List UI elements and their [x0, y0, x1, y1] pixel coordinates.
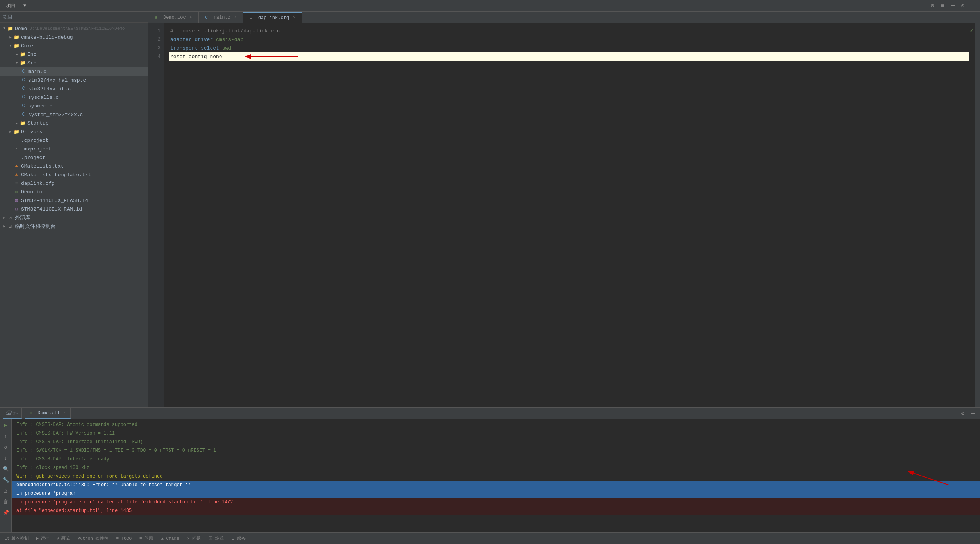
config-icon[interactable]: ⚙ [959, 2, 967, 10]
log-text-6: Info : clock speed 100 kHz [16, 465, 89, 471]
rerun-icon[interactable]: ↺ [1, 442, 11, 452]
log-line-1: Info : CMSIS-DAP: Atomic commands suppor… [12, 421, 980, 429]
tree-item-project[interactable]: · .project [0, 153, 148, 162]
tree-item-main-c[interactable]: C main.c [0, 67, 148, 76]
status-debug-icon: ⚡ [57, 536, 60, 541]
status-terminal-label: 囯 终端 [209, 535, 224, 541]
folder-icon-inc: 📁 [20, 51, 26, 57]
run-icon[interactable]: ▶ [1, 421, 11, 430]
tree-item-hal-msp[interactable]: C stm32f4xx_hal_msp.c [0, 76, 148, 84]
tree-item-system-stm32[interactable]: C system_stm32f4xx.c [0, 110, 148, 119]
bottom-log-content[interactable]: Info : CMSIS-DAP: Atomic commands suppor… [12, 419, 980, 532]
log-line-3: Info : CMSIS-DAP: Interface Initialised … [12, 438, 980, 446]
bottom-panel-header: 运行: ⊞ Demo.elf × ⚙ — [0, 408, 980, 419]
tree-item-inc[interactable]: ▶ 📁 Inc [0, 50, 148, 59]
tree-item-daplink-cfg[interactable]: ≡ daplink.cfg [0, 179, 148, 188]
file-tree: ▼ 📁 Demo D:\Development\EE\STM32\F411CEU… [0, 23, 148, 407]
tree-item-external-lib[interactable]: ▶ ⊿ 外部库 [0, 213, 148, 222]
log-text-3: Info : CMSIS-DAP: Interface Initialised … [16, 439, 143, 445]
status-problems[interactable]: ≡ 问题 [138, 535, 155, 542]
tree-item-temp-files[interactable]: ▶ ⊿ 临时文件和控制台 [0, 222, 148, 231]
status-python[interactable]: Python 软件包 [76, 535, 110, 542]
tree-item-syscalls[interactable]: C syscalls.c [0, 93, 148, 102]
tab-close-main-c[interactable]: × [233, 15, 238, 20]
tree-item-src[interactable]: ▼ 📁 Src [0, 59, 148, 67]
file-c-icon-system: C [20, 111, 27, 118]
status-vc-label: 版本控制 [11, 535, 29, 541]
tab-daplink-cfg[interactable]: ≡ daplink.cfg × [243, 12, 302, 23]
bottom-red-arrow [910, 481, 949, 489]
more-icon[interactable]: ⋮ [969, 2, 977, 10]
log-text-11: at file "embedded:startup.tcl", line 143… [16, 508, 132, 514]
tree-item-cproject[interactable]: · .cproject [0, 136, 148, 145]
tree-label-cproject: .cproject [21, 138, 48, 143]
tree-item-demo[interactable]: ▼ 📁 Demo D:\Development\EE\STM32\F411CEU… [0, 24, 148, 33]
tree-item-it-c[interactable]: C stm32f4xx_it.c [0, 84, 148, 93]
panel-tab-close-elf[interactable]: × [62, 410, 67, 416]
tab-demo-ioc[interactable]: ⊞ Demo.ioc × [148, 12, 199, 23]
status-todo[interactable]: ≡ TODO [114, 535, 133, 542]
search-icon[interactable]: 🔍 [1, 464, 11, 474]
tree-item-core[interactable]: ▼ 📁 Core [0, 41, 148, 50]
tree-item-flash-ld[interactable]: ⊡ STM32F411CEUX_FLASH.ld [0, 196, 148, 205]
tree-item-ram-ld[interactable]: ⊡ STM32F411CEUX_RAM.ld [0, 205, 148, 213]
tree-label-sysmem: sysmem.c [28, 103, 52, 109]
file-c-icon-hal: C [20, 77, 27, 83]
panel-tab-run[interactable]: 运行: [3, 408, 22, 419]
log-text-5: Info : CMSIS-DAP: Interface ready [16, 456, 109, 462]
status-version-control[interactable]: ⎇ 版本控制 [3, 535, 30, 542]
status-issues[interactable]: ? 问题 [186, 535, 202, 542]
log-line-5: Info : CMSIS-DAP: Interface ready [12, 455, 980, 463]
scroll-up-icon[interactable]: ↑ [1, 431, 11, 441]
status-todo-label: ≡ TODO [116, 536, 132, 541]
file-c-icon-syscalls: C [20, 94, 27, 100]
settings-icon[interactable]: ⚙ [928, 2, 936, 10]
tree-label-cmake-build: cmake-build-debug [21, 34, 73, 40]
tree-item-startup[interactable]: ▶ 📁 Startup [0, 119, 148, 127]
folder-icon-cmake: 📁 [13, 34, 20, 40]
panel-minimize-icon[interactable]: — [969, 410, 977, 417]
tree-item-drivers[interactable]: ▶ 📁 Drivers [0, 127, 148, 136]
status-vc-icon: ⎇ [5, 536, 10, 541]
tab-close-demo-ioc[interactable]: × [188, 15, 194, 20]
main-layout: 项目 ▼ 📁 Demo D:\Development\EE\STM32\F411… [0, 12, 980, 407]
pin-icon[interactable]: 📌 [1, 508, 11, 517]
code-line-3: transport select swd [170, 44, 969, 52]
panel-tab-demo-elf[interactable]: ⊞ Demo.elf × [25, 408, 71, 419]
menu-dropdown[interactable]: ▼ [20, 2, 29, 9]
line-number-gutter: 1 2 3 4 [148, 23, 164, 407]
status-problems-label: ≡ 问题 [139, 535, 153, 541]
tree-item-cmakelists-template[interactable]: ▲ CMakeLists_template.txt [0, 170, 148, 179]
trash-icon[interactable]: 🗑 [1, 497, 11, 506]
tree-path-demo: D:\Development\EE\STM32\F411CEU6\Demo [29, 26, 125, 31]
tree-label-demo: Demo [15, 26, 27, 32]
panel-settings-icon[interactable]: ⚙ [959, 410, 967, 417]
status-debug[interactable]: ⚡ 调试 [55, 535, 71, 542]
print-icon[interactable]: 🖨 [1, 486, 11, 496]
status-services[interactable]: ☁ 服务 [230, 535, 247, 542]
tree-item-mxproject[interactable]: · .mxproject [0, 145, 148, 153]
list-icon[interactable]: ⚌ [949, 2, 957, 10]
menu-project[interactable]: 项目 [3, 2, 19, 10]
tree-item-sysmem[interactable]: C sysmem.c [0, 102, 148, 110]
expand-arrow-ext: ▶ [2, 215, 7, 220]
file-icon-ld-ram: ⊡ [13, 206, 20, 212]
tab-label-demo-ioc: Demo.ioc [163, 15, 186, 20]
status-terminal[interactable]: 囯 终端 [207, 535, 226, 542]
tree-label-syscalls: syscalls.c [28, 95, 59, 100]
log-line-6: Info : clock speed 100 kHz [12, 463, 980, 472]
tree-item-cmake-build[interactable]: ▶ 📁 cmake-build-debug [0, 33, 148, 41]
status-cmake[interactable]: ▲ CMake [159, 535, 180, 542]
tab-main-c[interactable]: C main.c × [199, 12, 243, 23]
scroll-down-icon[interactable]: ↓ [1, 453, 11, 463]
menu-icon[interactable]: ≡ [939, 2, 946, 10]
check-mark-icon: ✓ [970, 27, 974, 34]
tab-close-daplink-cfg[interactable]: × [291, 15, 297, 21]
wrench-icon[interactable]: 🔧 [1, 475, 11, 485]
editor-code-content[interactable]: ✓ # choose st-link/j-link/dap-link etc. … [164, 23, 975, 407]
tree-item-demo-ioc[interactable]: ⊞ Demo.ioc [0, 188, 148, 196]
status-run[interactable]: ▶ 运行 [35, 535, 51, 542]
tree-item-cmakelists[interactable]: ▲ CMakeLists.txt [0, 162, 148, 170]
file-icon-project: · [13, 154, 20, 161]
tab-label-main-c: main.c [214, 15, 230, 20]
